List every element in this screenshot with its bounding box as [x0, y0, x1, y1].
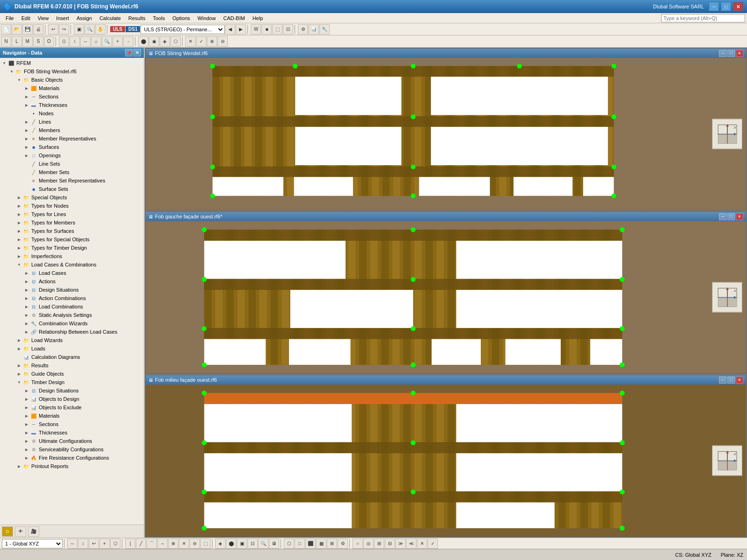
tree-static-analysis[interactable]: ▶ ⚙ Static Analysis Settings [0, 311, 144, 319]
tree-td-materials[interactable]: ▶ 🟧 Materials [0, 412, 144, 420]
tree-objects-to-exclude[interactable]: ▶ 📊 Objects to Exclude [0, 403, 144, 412]
tb2-10[interactable]: 🔍 [102, 36, 112, 47]
search-input[interactable] [661, 14, 745, 22]
menu-assign[interactable]: Assign [73, 14, 96, 22]
btb-25[interactable]: ⚙ [338, 539, 348, 549]
vp2-close[interactable]: ✕ [736, 213, 743, 220]
tree-types-members[interactable]: ▶ 📁 Types for Members [0, 218, 144, 227]
tb-print[interactable]: 🖨 [33, 24, 43, 35]
tree-td-thicknesses[interactable]: ▶ ▬ Thicknesses [0, 428, 144, 437]
close-button[interactable]: ✕ [733, 2, 743, 11]
btb-22[interactable]: ⬛ [305, 539, 316, 549]
nav-data-btn[interactable]: D [2, 526, 13, 537]
tree-serviceability-configs[interactable]: ▶ ⚙ Serviceability Configurations [0, 445, 144, 454]
vp2-min[interactable]: ─ [719, 213, 726, 220]
vp1-close[interactable]: ✕ [736, 50, 743, 57]
tb-undo[interactable]: ↩ [48, 24, 58, 35]
btb-31[interactable]: ≪ [406, 539, 416, 549]
tree-types-surfaces[interactable]: ▶ 📁 Types for Surfaces [0, 227, 144, 235]
vp3-close[interactable]: ✕ [736, 377, 743, 384]
tb-render4[interactable]: ⊡ [283, 24, 293, 35]
btb-32[interactable]: ✕ [417, 539, 427, 549]
btb-18[interactable]: 🔍 [258, 539, 268, 549]
menu-help[interactable]: Help [249, 14, 267, 22]
btb-26[interactable]: ○ [352, 539, 363, 549]
btb-29[interactable]: ⊟ [385, 539, 395, 549]
tree-surface-sets[interactable]: ■ Surface Sets [0, 185, 144, 193]
tree-imperfections[interactable]: ▶ 📁 Imperfections [0, 252, 144, 260]
viewport-2-content[interactable]: -Y [146, 221, 746, 373]
btb-16[interactable]: ▣ [237, 539, 247, 549]
btb-10[interactable]: ⊕ [168, 539, 178, 549]
vp1-max[interactable]: □ [727, 50, 735, 57]
tree-line-sets[interactable]: ╱ Line Sets [0, 160, 144, 168]
tb2-5[interactable]: O [44, 36, 54, 47]
tb2-9[interactable]: ⌂ [91, 36, 101, 47]
tree-td-sections[interactable]: ▶ ─ Sections [0, 420, 144, 428]
nav-pin[interactable]: 📌 [125, 49, 133, 56]
tb-save[interactable]: 💾 [22, 24, 33, 35]
viewport-1-content[interactable]: -Y [146, 58, 746, 210]
tree-results[interactable]: ▶ 📁 Results [0, 361, 144, 370]
tb2-13[interactable]: ⬤ [138, 36, 148, 47]
btb-4[interactable]: ⌖ [99, 539, 110, 549]
tree-fire-resistance[interactable]: ▶ 🔥 Fire Resistance Configurations [0, 454, 144, 462]
tb2-11[interactable]: + [113, 36, 123, 47]
btb-6[interactable]: | [125, 539, 135, 549]
minimize-button[interactable]: ─ [709, 2, 719, 11]
tree-design-situations-lc[interactable]: ▶ ⊟ Design Situations [0, 286, 144, 294]
tree-design-situations-td[interactable]: ▶ ⊟ Design Situations [0, 386, 144, 395]
tree-types-lines[interactable]: ▶ 📁 Types for Lines [0, 210, 144, 218]
tree-member-set-reps[interactable]: ≡ Member Set Representatives [0, 176, 144, 185]
tree-types-nodes[interactable]: ▶ 📁 Types for Nodes [0, 202, 144, 210]
tb-new[interactable]: 📄 [1, 24, 11, 35]
tree-printout-reports[interactable]: ▶ 📁 Printout Reports [0, 462, 144, 470]
btb-12[interactable]: ⊖ [190, 539, 200, 549]
tree-materials[interactable]: ▶ 🟧 Materials [0, 84, 144, 92]
tb-zoom[interactable]: 🔍 [85, 24, 95, 35]
tb-render2[interactable]: ■ [261, 24, 272, 35]
tb-render3[interactable]: ⬚ [272, 24, 282, 35]
btb-23[interactable]: ▦ [316, 539, 326, 549]
btb-33[interactable]: ✓ [428, 539, 438, 549]
menu-tools[interactable]: Tools [149, 14, 169, 22]
tree-actions[interactable]: ▶ ⊟ Actions [0, 277, 144, 286]
tree-special-objects[interactable]: ▶ 📁 Special Objects [0, 193, 144, 202]
nav-close[interactable]: ✕ [134, 49, 141, 56]
tree-types-special[interactable]: ▶ 📁 Types for Special Objects [0, 235, 144, 244]
tree-thicknesses[interactable]: ▶ ▬ Thicknesses [0, 101, 144, 109]
tb-left[interactable]: ◀ [225, 24, 235, 35]
tb-redo[interactable]: ↪ [59, 24, 69, 35]
tree-lines[interactable]: ▶ ╱ Lines [0, 118, 144, 126]
tree-combo-wizards[interactable]: ▶ 🔧 Combination Wizards [0, 319, 144, 328]
menu-insert[interactable]: Insert [52, 14, 73, 22]
tb2-3[interactable]: M [22, 36, 33, 47]
tb2-8[interactable]: ↔ [80, 36, 91, 47]
tree-objects-to-design[interactable]: ▶ 📊 Objects to Design [0, 395, 144, 403]
tree-rfem[interactable]: ▼ ⬛ RFEM [0, 59, 144, 67]
tb2-6[interactable]: ⟨⟩ [59, 36, 69, 47]
view-select[interactable]: 1 - Global XYZ [2, 539, 63, 548]
vp1-min[interactable]: ─ [719, 50, 726, 57]
menu-file[interactable]: File [2, 14, 18, 22]
tb2-17[interactable]: ✕ [185, 36, 196, 47]
tb-pan[interactable]: ✋ [95, 24, 106, 35]
tree-relationship[interactable]: ▶ 🔗 Relationship Between Load Cases [0, 328, 144, 336]
tree-ultimate-configs[interactable]: ▶ ⚙ Ultimate Configurations [0, 437, 144, 445]
tb2-2[interactable]: L [12, 36, 22, 47]
design-combo[interactable]: ULS (STR/GEO) - Permane... [141, 25, 225, 34]
vp3-max[interactable]: □ [727, 377, 735, 384]
menu-edit[interactable]: Edit [18, 14, 34, 22]
menu-window[interactable]: Window [194, 14, 219, 22]
tree-calc-diagrams[interactable]: 📊 Calculation Diagrams [0, 353, 144, 361]
nav-view-btn[interactable]: 🎥 [28, 526, 39, 537]
menu-results[interactable]: Results [125, 14, 149, 22]
tb-more1[interactable]: ⚙ [298, 24, 308, 35]
menu-cadbim[interactable]: CAD-BIM [219, 14, 248, 22]
vp2-max[interactable]: □ [727, 213, 735, 220]
btb-19[interactable]: 🖥 [269, 539, 279, 549]
tree-timber-design[interactable]: ▼ 📁 Timber Design [0, 378, 144, 386]
btb-27[interactable]: ◎ [363, 539, 374, 549]
tb2-12[interactable]: - [123, 36, 134, 47]
tb2-18[interactable]: ✓ [196, 36, 206, 47]
